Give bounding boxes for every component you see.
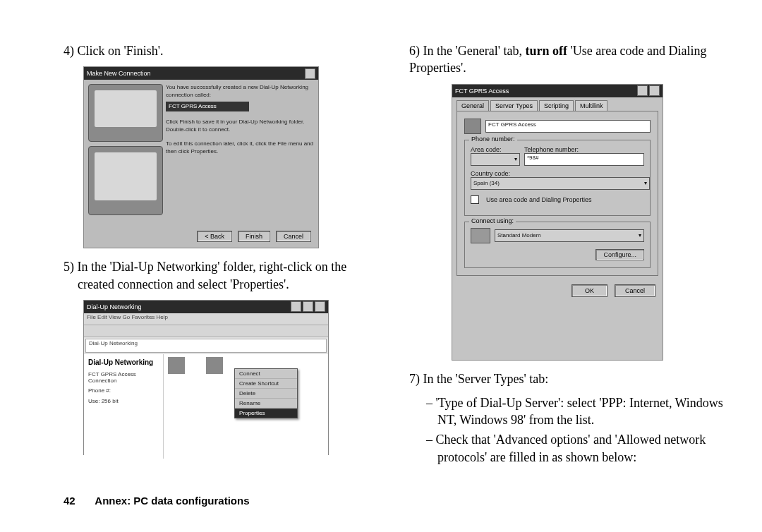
tabs: General Server Types Scripting Multilink: [452, 97, 663, 111]
step-7-bullet-1: – 'Type of Dial-Up Server': select 'PPP:…: [409, 394, 727, 429]
minimize-icon[interactable]: [291, 301, 301, 312]
menu-connect[interactable]: Connect: [235, 369, 297, 379]
menu-shortcut[interactable]: Create Shortcut: [235, 379, 297, 389]
back-button[interactable]: < Back: [197, 231, 232, 242]
chevron-down-icon: ▾: [644, 180, 647, 186]
country-field[interactable]: Spain (34)▾: [471, 177, 650, 190]
folder-view[interactable]: Connect Create Shortcut Delete Rename Pr…: [163, 354, 328, 459]
wizard-graphic-bottom: [88, 146, 163, 215]
modem-select[interactable]: Standard Modem▾: [495, 229, 644, 242]
country-label: Country code:: [471, 170, 644, 177]
modem-icon: [471, 228, 490, 243]
area-code-label: Area code:: [471, 146, 520, 153]
context-menu: Connect Create Shortcut Delete Rename Pr…: [234, 368, 298, 418]
close-icon[interactable]: [649, 85, 660, 96]
menu-properties[interactable]: Properties: [235, 409, 297, 418]
connection-icon: [464, 119, 481, 134]
wizard-text-top: You have successfully created a new Dial…: [166, 84, 314, 99]
window-title-2: Dial-Up Networking: [87, 303, 142, 310]
wizard-text-bot: To edit this connection later, click it,…: [166, 140, 314, 155]
screenshot-make-new-connection: Make New Connection You have successfull…: [83, 66, 319, 248]
toolbar[interactable]: [84, 325, 328, 337]
configure-button[interactable]: Configure...: [595, 249, 644, 260]
cancel-button[interactable]: Cancel: [615, 284, 655, 297]
titlebar-2: Dial-Up Networking: [84, 301, 328, 313]
screenshot-dialup-folder: Dial-Up Networking File Edit View Go Fav…: [83, 300, 329, 455]
side-panel: Dial-Up Networking FCT GPRS Access Conne…: [84, 354, 163, 459]
area-code-field[interactable]: ▾: [471, 153, 520, 166]
tab-scripting[interactable]: Scripting: [539, 100, 574, 111]
side-heading: Dial-Up Networking: [88, 358, 159, 366]
menu-bar[interactable]: File Edit View Go Favorites Help: [84, 313, 328, 325]
connection-name[interactable]: FCT GPRS Access: [485, 120, 651, 133]
group-connect: Connect using: Standard Modem▾ Configure…: [464, 222, 651, 268]
wizard-graphic-top: [88, 84, 163, 142]
titlebar: Make New Connection: [84, 67, 318, 80]
side-item: Use: 256 bit: [88, 399, 159, 405]
footer-title: Annex: PC data configurations: [95, 495, 249, 507]
chevron-down-icon: ▾: [639, 232, 641, 238]
ok-button[interactable]: OK: [572, 284, 607, 297]
address-bar[interactable]: Dial-Up Networking: [85, 339, 327, 353]
side-item: FCT GPRS Access Connection: [88, 372, 159, 385]
maximize-icon[interactable]: [303, 301, 313, 312]
connection-name-field: FCT GPRS Access: [166, 102, 249, 111]
step-4: 4) Click on 'Finish'.: [64, 42, 381, 59]
tab-multilink[interactable]: Multilink: [575, 100, 608, 111]
page-number: 42: [64, 495, 75, 507]
window-title: Make New Connection: [87, 70, 151, 77]
tab-server-types[interactable]: Server Types: [490, 100, 538, 111]
wizard-text-mid: Click Finish to save it in your Dial-Up …: [166, 119, 314, 133]
group-phone-legend: Phone number:: [469, 135, 517, 143]
tab-general[interactable]: General: [456, 100, 489, 111]
titlebar-3: FCT GPRS Access: [452, 85, 663, 97]
page-footer: 42 Annex: PC data configurations: [64, 495, 250, 507]
cancel-button[interactable]: Cancel: [276, 231, 311, 242]
group-phone: Phone number: Area code: ▾ Telephone num…: [464, 140, 651, 216]
side-item: Phone #:: [88, 388, 159, 394]
group-connect-legend: Connect using:: [469, 217, 516, 224]
checkbox-area-code[interactable]: [471, 195, 479, 204]
step-5: 5) In the 'Dial-Up Networking' folder, r…: [64, 258, 381, 293]
finish-button[interactable]: Finish: [238, 231, 270, 242]
close-icon[interactable]: [315, 301, 325, 312]
help-icon[interactable]: [637, 85, 648, 96]
step-7: 7) In the 'Server Types' tab:: [409, 370, 727, 387]
chevron-down-icon: ▾: [514, 156, 517, 162]
checkbox-area-code-label: Use area code and Dialing Properties: [486, 196, 592, 203]
step-7-bullet-2: – Check that 'Advanced options' and 'All…: [409, 431, 727, 466]
menu-delete[interactable]: Delete: [235, 389, 297, 399]
icon-make-new[interactable]: [168, 357, 185, 374]
close-icon[interactable]: [305, 68, 315, 79]
telephone-label: Telephone number:: [524, 146, 644, 153]
step-6: 6) In the 'General' tab, turn off 'Use a…: [409, 42, 727, 77]
telephone-field[interactable]: *98#: [524, 153, 644, 166]
icon-connection[interactable]: [206, 357, 223, 374]
screenshot-properties-dialog: FCT GPRS Access General Server Types Scr…: [452, 84, 663, 361]
window-title-3: FCT GPRS Access: [455, 87, 509, 95]
menu-rename[interactable]: Rename: [235, 399, 297, 409]
